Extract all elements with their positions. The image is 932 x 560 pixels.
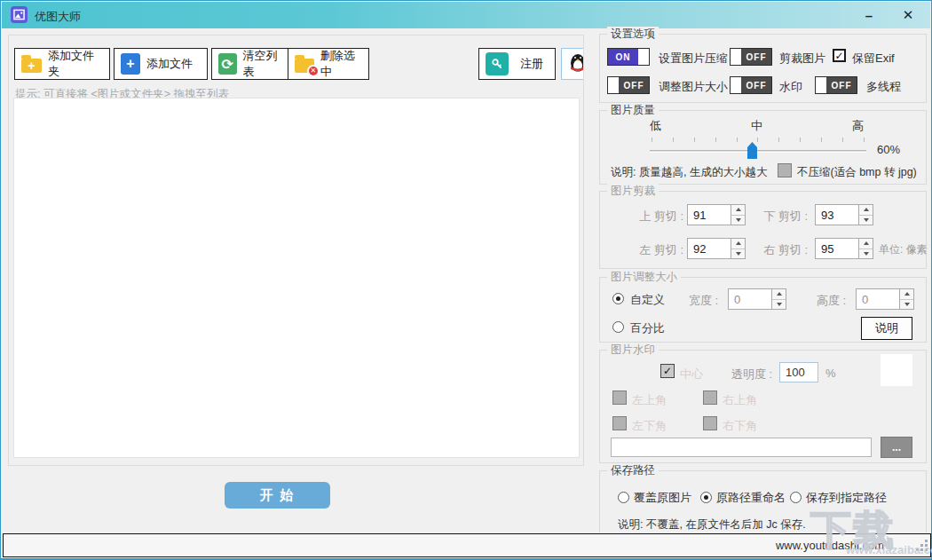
keep-exif-label: 保留Exif: [852, 51, 895, 67]
minimize-button[interactable]: –: [850, 2, 888, 28]
keep-exif-checkbox[interactable]: ✓: [833, 49, 846, 62]
browse-button[interactable]: ...: [881, 437, 912, 458]
close-button[interactable]: ✕: [889, 2, 927, 28]
watermark-topleft-checkbox[interactable]: [612, 390, 627, 405]
folder-plus-icon: +: [21, 59, 42, 73]
resize-help-button[interactable]: 说明: [861, 317, 912, 340]
watermark-topleft-label: 左上角: [632, 392, 667, 408]
image-file-list[interactable]: [13, 98, 580, 458]
watermark-group: 图片水印 ✓ 中心 透明度 : 100 % 左上角 右上角 左下角 右下角 ..…: [599, 350, 927, 463]
watermark-bottomright-label: 右下角: [723, 418, 757, 434]
opacity-percent-sign: %: [825, 367, 836, 380]
settings-group: 设置选项 ON 设置图片压缩 OFF 剪裁图片 ✓ 保留Exif OFF 调整图…: [599, 34, 927, 103]
crop-bottom-label: 下 剪切 :: [749, 209, 808, 225]
overwrite-label: 覆盖原图片: [634, 490, 691, 506]
delete-selected-label: 删除选中: [320, 48, 362, 80]
register-button[interactable]: 注册: [478, 48, 556, 80]
slider-ticks: [652, 138, 865, 142]
watermark-center-checkbox[interactable]: ✓: [660, 364, 675, 378]
spinner-arrows[interactable]: [858, 205, 873, 225]
quality-high-label: 高: [852, 118, 864, 134]
status-site-text: www.youtudashi.com: [776, 539, 884, 552]
no-compress-label: 不压缩(适合 bmp 转 jpg): [797, 165, 917, 180]
watermark-preview: [881, 354, 912, 386]
crop-right-spinner[interactable]: 95: [815, 238, 873, 259]
quality-slider-track[interactable]: [650, 150, 866, 153]
no-compress-checkbox[interactable]: [778, 163, 792, 177]
delete-selected-button[interactable]: ✕ 删除选中: [288, 48, 369, 80]
crop-toggle[interactable]: OFF: [730, 48, 772, 66]
settings-legend: 设置选项: [607, 27, 659, 42]
app-icon: [11, 6, 28, 23]
watermark-topright-checkbox[interactable]: [703, 390, 717, 405]
quality-note: 说明: 质量越高, 生成的大小越大: [611, 165, 767, 180]
add-file-label: 添加文件: [146, 56, 193, 72]
qq-penguin-icon: [567, 51, 584, 76]
rename-label: 原路径重命名: [716, 490, 786, 506]
spinner-arrows[interactable]: [731, 239, 745, 258]
watermark-toggle[interactable]: OFF: [730, 76, 772, 94]
resize-width-spinner[interactable]: 0: [728, 288, 786, 310]
crop-right-label: 右 剪切 :: [749, 242, 808, 258]
watermark-bottomleft-checkbox[interactable]: [612, 416, 627, 430]
spinner-arrows[interactable]: [731, 205, 745, 225]
watermark-toggle-label: 水印: [779, 79, 802, 95]
multithread-toggle-label: 多线程: [866, 79, 901, 95]
resize-height-spinner[interactable]: 0: [856, 288, 914, 310]
file-plus-icon: +: [121, 53, 140, 75]
add-file-button[interactable]: + 添加文件: [114, 48, 208, 80]
save-path-legend: 保存路径: [607, 463, 659, 478]
resize-toggle[interactable]: OFF: [607, 76, 650, 94]
resize-legend: 图片调整大小: [607, 270, 681, 285]
opacity-label: 透明度 :: [731, 367, 772, 383]
compression-toggle-label: 设置图片压缩: [659, 51, 728, 67]
resize-percent-radio[interactable]: [612, 321, 624, 333]
start-button[interactable]: 开 始: [225, 482, 330, 509]
quality-slider-thumb[interactable]: [747, 142, 757, 159]
clear-list-label: 清空列表: [243, 48, 282, 80]
crop-top-spinner[interactable]: 91: [687, 204, 746, 225]
overwrite-radio[interactable]: [618, 492, 629, 503]
watermark-center-label: 中心: [680, 367, 703, 383]
window-title: 优图大师: [35, 9, 81, 25]
specified-path-radio[interactable]: [790, 492, 802, 503]
titlebar: 优图大师 – ✕: [2, 2, 930, 28]
resize-grip[interactable]: [916, 548, 919, 551]
add-folder-label: 添加文件夹: [48, 48, 103, 80]
spinner-arrows[interactable]: [899, 289, 913, 309]
save-path-note: 说明: 不覆盖, 在原文件名后加 Jc 保存.: [618, 517, 806, 532]
rename-radio[interactable]: [700, 492, 712, 503]
crop-bottom-spinner[interactable]: 93: [815, 204, 873, 225]
spinner-arrows[interactable]: [771, 289, 786, 309]
quality-legend: 图片质量: [607, 103, 659, 118]
crop-legend: 图片剪裁: [607, 184, 659, 199]
app-window: 优图大师 – ✕ + 添加文件夹 + 添加文件 ⟳ 清空列表 ✕ 删除选中 注册: [0, 0, 932, 560]
compression-toggle[interactable]: ON: [607, 48, 650, 66]
spinner-arrows[interactable]: [858, 239, 873, 258]
qq-contact-button[interactable]: [561, 48, 584, 80]
watermark-topright-label: 右上角: [723, 392, 757, 408]
multithread-toggle[interactable]: OFF: [815, 76, 857, 94]
recycle-icon: ⟳: [218, 53, 237, 75]
picture-glyph: [13, 9, 25, 20]
watermark-bottomright-checkbox[interactable]: [703, 416, 717, 430]
register-label: 注册: [520, 56, 549, 72]
resize-percent-label: 百分比: [630, 320, 665, 336]
resize-group: 图片调整大小 自定义 宽度 : 0 高度 : 0 百分比 说明: [599, 277, 927, 343]
opacity-input[interactable]: 100: [779, 362, 818, 383]
clear-list-button[interactable]: ⟳ 清空列表: [211, 48, 289, 80]
crop-toggle-label: 剪裁图片: [779, 51, 825, 67]
specified-path-label: 保存到指定路径: [806, 490, 887, 506]
quality-value: 60%: [877, 143, 900, 156]
key-icon: [486, 52, 509, 75]
resize-custom-radio[interactable]: [612, 293, 624, 304]
resize-custom-label: 自定义: [630, 292, 665, 308]
add-folder-button[interactable]: + 添加文件夹: [14, 48, 110, 80]
resize-width-label: 宽度 :: [689, 293, 718, 309]
watermark-bottomleft-label: 左下角: [632, 418, 667, 434]
quality-group: 图片质量 低 中 高 60% 说明: 质量越高, 生成的大小越大 不压缩(适合 …: [599, 110, 927, 185]
watermark-path-input[interactable]: [611, 438, 872, 457]
save-path-group: 保存路径 覆盖原图片 原路径重命名 保存到指定路径 说明: 不覆盖, 在原文件名…: [599, 470, 927, 532]
quality-low-label: 低: [650, 118, 661, 134]
crop-left-spinner[interactable]: 92: [687, 238, 746, 259]
